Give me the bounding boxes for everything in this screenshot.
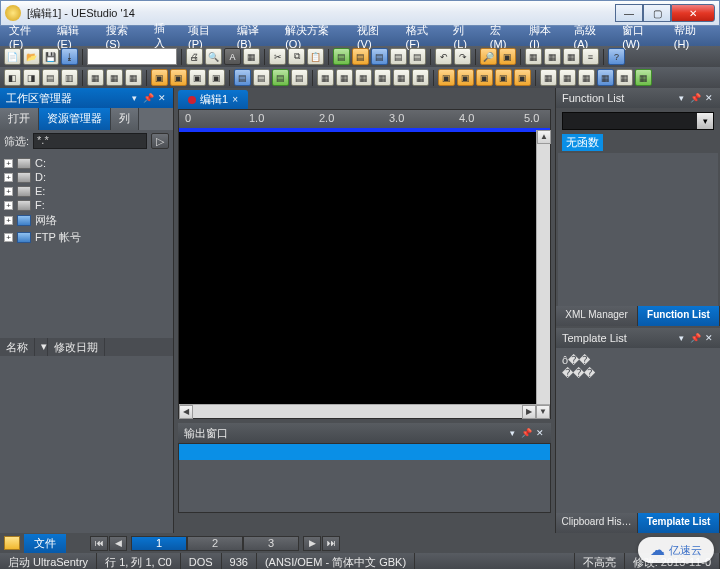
bold-icon[interactable]: A [224, 48, 241, 65]
tool-icon[interactable]: ▣ [438, 69, 455, 86]
horizontal-scrollbar[interactable]: ◀ ▶ ▼ [179, 404, 550, 418]
filter-go-icon[interactable]: ▷ [151, 133, 169, 149]
last-page-icon[interactable]: ⏭ [322, 536, 340, 551]
scroll-down-icon[interactable]: ▼ [536, 405, 550, 419]
panel-menu-icon[interactable]: ▾ [676, 333, 686, 343]
page-3[interactable]: 3 [243, 536, 299, 551]
copy-icon[interactable]: ⧉ [288, 48, 305, 65]
tool-icon[interactable]: ▣ [151, 69, 168, 86]
cut-icon[interactable]: ✂ [269, 48, 286, 65]
tool-icon[interactable]: ▦ [635, 69, 652, 86]
expand-icon[interactable]: + [4, 159, 13, 168]
status-launch[interactable]: 启动 UltraSentry [0, 553, 97, 569]
panel-pin-icon[interactable]: 📌 [143, 93, 153, 103]
menu-script[interactable]: 脚本(I) [524, 21, 566, 52]
prev-page-icon[interactable]: ◀ [109, 536, 127, 551]
doc-icon[interactable]: ▤ [409, 48, 426, 65]
tool-icon[interactable]: ▣ [499, 48, 516, 65]
vertical-scrollbar[interactable]: ▲ [536, 130, 550, 404]
tab-xml-manager[interactable]: XML Manager [556, 306, 638, 326]
menu-window[interactable]: 窗口(W) [617, 21, 667, 52]
scroll-left-icon[interactable]: ◀ [179, 405, 193, 419]
paste-icon[interactable]: 📋 [307, 48, 324, 65]
tab-explorer[interactable]: 资源管理器 [39, 108, 111, 130]
expand-icon[interactable]: + [4, 201, 13, 210]
panel-close-icon[interactable]: ✕ [704, 93, 714, 103]
tool-icon[interactable]: ▦ [412, 69, 429, 86]
menu-view[interactable]: 视图(V) [352, 21, 399, 52]
menu-macro[interactable]: 宏(M) [485, 21, 522, 52]
tool-icon[interactable]: ▤ [234, 69, 251, 86]
drive-tree[interactable]: +C: +D: +E: +F: +网络 +FTP 帐号 [0, 152, 173, 338]
expand-icon[interactable]: + [4, 216, 13, 225]
panel-close-icon[interactable]: ✕ [157, 93, 167, 103]
close-button[interactable]: ✕ [671, 4, 715, 22]
panel-menu-icon[interactable]: ▾ [507, 428, 517, 438]
dropdown-icon[interactable]: ▾ [697, 113, 713, 129]
tab-open[interactable]: 打开 [0, 108, 39, 130]
file-tab[interactable]: 文件 [24, 534, 66, 553]
next-page-icon[interactable]: ▶ [303, 536, 321, 551]
output-body[interactable] [178, 443, 551, 513]
tool-icon[interactable]: ▦ [563, 48, 580, 65]
menu-file[interactable]: 文件(F) [4, 21, 50, 52]
expand-icon[interactable]: + [4, 233, 13, 242]
template-item[interactable]: ��� [562, 367, 714, 380]
tool-icon[interactable]: ▣ [476, 69, 493, 86]
text-editor[interactable]: ▲ [179, 128, 550, 404]
new-file-icon[interactable]: 📄 [4, 48, 21, 65]
tool-icon[interactable]: ▣ [189, 69, 206, 86]
menu-help[interactable]: 帮助(H) [669, 21, 716, 52]
menu-column[interactable]: 列(L) [448, 21, 482, 52]
tool-icon[interactable]: ▦ [317, 69, 334, 86]
output-scroll[interactable] [178, 515, 551, 531]
status-highlight[interactable]: 不高亮 [575, 553, 625, 569]
save-all-icon[interactable]: ⭳ [61, 48, 78, 65]
print-icon[interactable]: 🖨 [186, 48, 203, 65]
first-page-icon[interactable]: ⏮ [90, 536, 108, 551]
tool-icon[interactable]: ▦ [243, 48, 260, 65]
scroll-up-icon[interactable]: ▲ [537, 130, 551, 144]
tool-icon[interactable]: ▦ [540, 69, 557, 86]
panel-menu-icon[interactable]: ▾ [129, 93, 139, 103]
panel-pin-icon[interactable]: 📌 [690, 333, 700, 343]
doc-icon[interactable]: ▤ [333, 48, 350, 65]
menu-format[interactable]: 格式(F) [401, 21, 447, 52]
tool-icon[interactable]: ▦ [559, 69, 576, 86]
function-list-body[interactable] [558, 153, 718, 306]
panel-pin-icon[interactable]: 📌 [690, 93, 700, 103]
menu-advanced[interactable]: 高级(A) [569, 21, 616, 52]
doc-icon[interactable]: ▤ [352, 48, 369, 65]
scroll-right-icon[interactable]: ▶ [522, 405, 536, 419]
menu-project[interactable]: 项目(P) [183, 21, 230, 52]
tool-icon[interactable]: ▤ [272, 69, 289, 86]
tool-icon[interactable]: ▦ [544, 48, 561, 65]
expand-icon[interactable]: + [4, 187, 13, 196]
menu-search[interactable]: 搜索(S) [101, 21, 148, 52]
tool-icon[interactable]: ▦ [125, 69, 142, 86]
tool-icon[interactable]: ◨ [23, 69, 40, 86]
expand-icon[interactable]: + [4, 173, 13, 182]
redo-icon[interactable]: ↷ [454, 48, 471, 65]
search-icon[interactable]: 🔎 [480, 48, 497, 65]
doc-icon[interactable]: ▤ [371, 48, 388, 65]
template-item[interactable]: ô�� [562, 354, 714, 367]
tab-close-icon[interactable]: × [232, 94, 238, 105]
tool-icon[interactable]: ◧ [4, 69, 21, 86]
tool-icon[interactable]: ▦ [87, 69, 104, 86]
col-name[interactable]: 名称 [0, 338, 35, 356]
tool-icon[interactable]: ▣ [208, 69, 225, 86]
tab-column[interactable]: 列 [111, 108, 139, 130]
panel-close-icon[interactable]: ✕ [704, 333, 714, 343]
template-list-body[interactable]: ô�� ��� [556, 348, 720, 513]
tool-icon[interactable]: ▤ [253, 69, 270, 86]
tool-icon[interactable]: ▦ [525, 48, 542, 65]
tool-icon[interactable]: ▥ [61, 69, 78, 86]
tool-icon[interactable]: ▦ [374, 69, 391, 86]
quick-path-field[interactable] [87, 48, 177, 65]
sort-icon[interactable]: ▾ [35, 338, 48, 356]
panel-close-icon[interactable]: ✕ [535, 428, 545, 438]
panel-pin-icon[interactable]: 📌 [521, 428, 531, 438]
menu-edit[interactable]: 编辑(E) [52, 21, 99, 52]
save-icon[interactable]: 💾 [42, 48, 59, 65]
